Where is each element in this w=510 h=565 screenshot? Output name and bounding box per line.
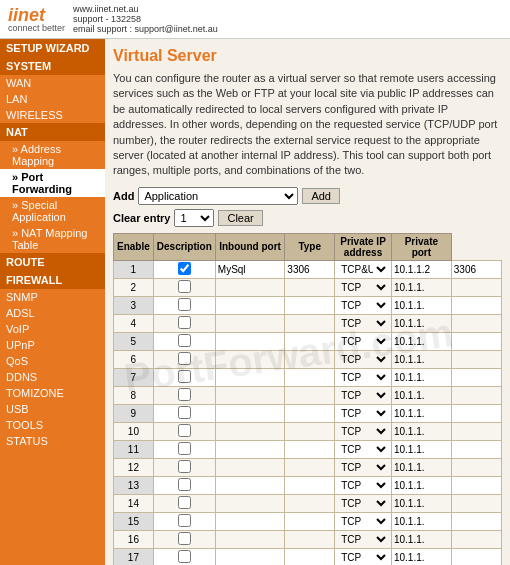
sidebar-item-tools[interactable]: TOOLS: [0, 417, 105, 433]
add-button[interactable]: Add: [302, 188, 340, 204]
inbound-port-input[interactable]: [287, 372, 332, 383]
type-select[interactable]: TCPUDPTCP&UDP: [337, 425, 389, 438]
private-ip-input[interactable]: [394, 318, 449, 329]
sidebar-item-setup-wizard[interactable]: SETUP WIZARD: [0, 39, 105, 57]
clear-button[interactable]: Clear: [218, 210, 262, 226]
type-select[interactable]: TCPUDPTCP&UDP: [337, 551, 389, 564]
private-port-input[interactable]: [454, 300, 499, 311]
inbound-port-input[interactable]: [287, 426, 332, 437]
private-port-input[interactable]: [454, 444, 499, 455]
private-port-input[interactable]: [454, 498, 499, 509]
inbound-port-input[interactable]: [287, 462, 332, 473]
description-input[interactable]: [218, 282, 283, 293]
inbound-port-input[interactable]: [287, 534, 332, 545]
description-input[interactable]: [218, 444, 283, 455]
clear-entry-select[interactable]: 12345: [174, 209, 214, 227]
type-select[interactable]: TCPUDPTCP&UDP: [337, 263, 389, 276]
description-input[interactable]: [218, 426, 283, 437]
sidebar-item-voip[interactable]: VoIP: [0, 321, 105, 337]
inbound-port-input[interactable]: [287, 282, 332, 293]
description-input[interactable]: [218, 498, 283, 509]
sidebar-item-usb[interactable]: USB: [0, 401, 105, 417]
type-select[interactable]: TCPUDPTCP&UDP: [337, 479, 389, 492]
description-input[interactable]: [218, 480, 283, 491]
enable-checkbox[interactable]: [178, 550, 191, 563]
sidebar-item-special-application[interactable]: » Special Application: [0, 197, 105, 225]
inbound-port-input[interactable]: [287, 444, 332, 455]
description-input[interactable]: [218, 372, 283, 383]
type-select[interactable]: TCPUDPTCP&UDP: [337, 515, 389, 528]
inbound-port-input[interactable]: [287, 336, 332, 347]
description-input[interactable]: [218, 264, 283, 275]
sidebar-item-ddns[interactable]: DDNS: [0, 369, 105, 385]
sidebar-item-status[interactable]: STATUS: [0, 433, 105, 449]
enable-checkbox[interactable]: [178, 478, 191, 491]
sidebar-item-adsl[interactable]: ADSL: [0, 305, 105, 321]
private-port-input[interactable]: [454, 480, 499, 491]
private-port-input[interactable]: [454, 264, 499, 275]
sidebar-item-address-mapping[interactable]: » Address Mapping: [0, 141, 105, 169]
enable-checkbox[interactable]: [178, 424, 191, 437]
private-port-input[interactable]: [454, 552, 499, 563]
description-input[interactable]: [218, 336, 283, 347]
private-port-input[interactable]: [454, 462, 499, 473]
private-port-input[interactable]: [454, 318, 499, 329]
type-select[interactable]: TCPUDPTCP&UDP: [337, 371, 389, 384]
description-input[interactable]: [218, 534, 283, 545]
type-select[interactable]: TCPUDPTCP&UDP: [337, 317, 389, 330]
inbound-port-input[interactable]: [287, 552, 332, 563]
sidebar-item-upnp[interactable]: UPnP: [0, 337, 105, 353]
sidebar-item-qos[interactable]: QoS: [0, 353, 105, 369]
private-port-input[interactable]: [454, 354, 499, 365]
enable-checkbox[interactable]: [178, 388, 191, 401]
sidebar-item-firewall[interactable]: FIREWALL: [0, 271, 105, 289]
enable-checkbox[interactable]: [178, 316, 191, 329]
enable-checkbox[interactable]: [178, 442, 191, 455]
sidebar-item-snmp[interactable]: SNMP: [0, 289, 105, 305]
enable-checkbox[interactable]: [178, 262, 191, 275]
enable-checkbox[interactable]: [178, 496, 191, 509]
type-select[interactable]: TCPUDPTCP&UDP: [337, 533, 389, 546]
private-port-input[interactable]: [454, 336, 499, 347]
inbound-port-input[interactable]: [287, 300, 332, 311]
type-select[interactable]: TCPUDPTCP&UDP: [337, 299, 389, 312]
private-ip-input[interactable]: [394, 282, 449, 293]
description-input[interactable]: [218, 300, 283, 311]
inbound-port-input[interactable]: [287, 480, 332, 491]
sidebar-item-wireless[interactable]: WIRELESS: [0, 107, 105, 123]
sidebar-item-tomizone[interactable]: TOMIZONE: [0, 385, 105, 401]
enable-checkbox[interactable]: [178, 532, 191, 545]
private-port-input[interactable]: [454, 390, 499, 401]
description-input[interactable]: [218, 390, 283, 401]
enable-checkbox[interactable]: [178, 514, 191, 527]
description-input[interactable]: [218, 408, 283, 419]
enable-checkbox[interactable]: [178, 280, 191, 293]
private-ip-input[interactable]: [394, 534, 449, 545]
sidebar-item-nat[interactable]: NAT: [0, 123, 105, 141]
enable-checkbox[interactable]: [178, 370, 191, 383]
inbound-port-input[interactable]: [287, 498, 332, 509]
description-input[interactable]: [218, 354, 283, 365]
private-ip-input[interactable]: [394, 354, 449, 365]
type-select[interactable]: TCPUDPTCP&UDP: [337, 461, 389, 474]
private-port-input[interactable]: [454, 372, 499, 383]
private-ip-input[interactable]: [394, 516, 449, 527]
private-ip-input[interactable]: [394, 462, 449, 473]
inbound-port-input[interactable]: [287, 318, 332, 329]
inbound-port-input[interactable]: [287, 516, 332, 527]
inbound-port-input[interactable]: [287, 354, 332, 365]
sidebar-item-lan[interactable]: LAN: [0, 91, 105, 107]
private-port-input[interactable]: [454, 516, 499, 527]
private-ip-input[interactable]: [394, 336, 449, 347]
type-select[interactable]: TCPUDPTCP&UDP: [337, 407, 389, 420]
enable-checkbox[interactable]: [178, 406, 191, 419]
inbound-port-input[interactable]: [287, 390, 332, 401]
private-ip-input[interactable]: [394, 300, 449, 311]
sidebar-item-route[interactable]: ROUTE: [0, 253, 105, 271]
private-ip-input[interactable]: [394, 480, 449, 491]
private-port-input[interactable]: [454, 408, 499, 419]
type-select[interactable]: TCPUDPTCP&UDP: [337, 443, 389, 456]
type-select[interactable]: TCPUDPTCP&UDP: [337, 353, 389, 366]
enable-checkbox[interactable]: [178, 334, 191, 347]
private-ip-input[interactable]: [394, 390, 449, 401]
